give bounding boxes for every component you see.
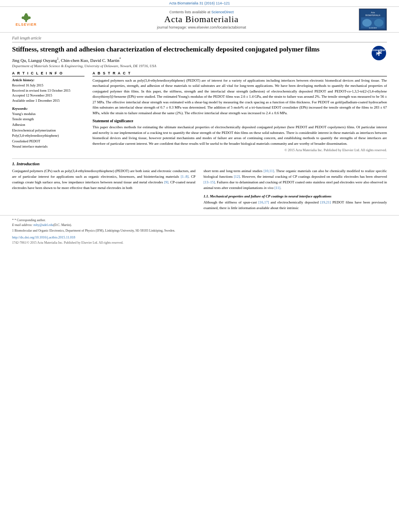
citation-text: Acta Biomaterialia 31 (2016) 114–121 — [169, 1, 230, 5]
history-title: Article history: — [12, 78, 84, 82]
author-jing-qu: Jing Qu, Liangqi Ouyang — [12, 58, 57, 63]
svg-point-12 — [374, 19, 383, 27]
abstract-text: Conjugated polymers such as poly(3,4-eth… — [93, 78, 387, 116]
contents-label: Contents lists available at — [169, 10, 210, 14]
elsevier-logo: ELSEVIER — [8, 12, 44, 27]
footer-bottom: 1742-7061/© 2015 Acta Materialia Inc. Pu… — [12, 241, 387, 244]
author-cont: , Chin-chen Kuo, David C. Martin — [59, 58, 119, 63]
keyword-6: Crosslinked PEDOT — [12, 139, 84, 144]
elsevier-logo-area: ELSEVIER — [8, 12, 52, 27]
intro-section-title: 1. Introduction — [12, 161, 387, 166]
citation-bar: Acta Biomaterialia 31 (2016) 114–121 — [0, 0, 399, 6]
abstract-column: A B S T R A C T Conjugated polymers such… — [93, 71, 387, 152]
significance-title: Statement of significance — [93, 119, 387, 123]
keyword-1: Young's modulus — [12, 111, 84, 117]
ref-16-17[interactable]: [16,17] — [258, 200, 269, 204]
journal-title: Acta Biomaterialia — [52, 14, 351, 25]
svg-text:BIOMATERIALIA: BIOMATERIALIA — [366, 14, 381, 16]
copyright-line: © 2015 Acta Materialia Inc. Published by… — [93, 148, 387, 152]
significance-text: This paper describes methods for estimat… — [93, 125, 387, 146]
footer-email-address[interactable]: mlty@udel.edu — [33, 223, 53, 227]
footer-email-line: E-mail address: mlty@udel.edu(D.C. Marti… — [12, 223, 387, 228]
introduction-section: 1. Introduction Conjugated polymers (CPs… — [0, 161, 399, 211]
svg-point-3 — [25, 13, 28, 16]
abstract-label: A B S T R A C T — [93, 71, 387, 76]
elsevier-tree-icon — [18, 12, 34, 23]
keyword-7: Neural interface materials — [12, 144, 84, 150]
article-info-section: A R T I C L E I N F O Article history: R… — [12, 71, 84, 103]
available-date: Available online 1 December 2015 — [12, 98, 84, 103]
page: Acta Biomaterialia 31 (2016) 114–121 ELS… — [0, 0, 399, 532]
elsevier-text: ELSEVIER — [16, 23, 37, 27]
footer-email-person: (D.C. Martin). — [53, 223, 72, 227]
two-col-section: A R T I C L E I N F O Article history: R… — [12, 71, 387, 152]
science-direct-line: Contents lists available at ScienceDirec… — [52, 10, 351, 14]
svg-point-5 — [27, 16, 31, 19]
keyword-2: Tensile strength — [12, 117, 84, 122]
content-area: Full length article Stiffness, strength … — [0, 33, 399, 156]
subsection-title-em: 1.1. Mechanical properties and failure o… — [204, 194, 331, 198]
footer-corresponding: * * Corresponding author. — [12, 218, 387, 223]
svg-text:Acta: Acta — [371, 12, 375, 14]
ref-12[interactable]: [12] — [234, 175, 240, 179]
intro-right-text-1: short term and long-term animal studies … — [204, 168, 387, 191]
intro-right-col: short term and long-term animal studies … — [204, 168, 387, 211]
footer-footnote1: 1 Biomolecular and Organic Electronics, … — [12, 228, 387, 233]
article-type: Full length article — [12, 36, 387, 40]
article-title: Stiffness, strength and adhesion charact… — [12, 45, 387, 54]
in-vivo-text: in vivo — [264, 186, 274, 190]
footer-email-label: E-mail address: — [12, 223, 33, 227]
received-revised-date: Received in revised form 13 October 2015 — [12, 88, 84, 93]
ref-1-8[interactable]: [1–8] — [181, 175, 189, 179]
page-footer: * * Corresponding author. E-mail address… — [0, 215, 399, 247]
ref-9[interactable]: [9] — [164, 180, 169, 184]
svg-point-4 — [22, 16, 25, 19]
keyword-4: Electrochemical polymerization — [12, 128, 84, 134]
article-info-column: A R T I C L E I N F O Article history: R… — [12, 71, 84, 152]
keywords-title: Keywords: — [12, 107, 84, 111]
ref-10-11[interactable]: [10,11] — [263, 169, 274, 173]
crossmark-svg: CrossMark — [371, 45, 387, 61]
footer-doi-line: http://dx.doi.org/10.1016/j.actbio.2015.… — [12, 235, 387, 239]
title-rule — [12, 42, 387, 43]
svg-point-11 — [362, 19, 372, 27]
subsection-1-1-title: 1.1. Mechanical properties and failure o… — [204, 194, 387, 198]
footer-doi-link[interactable]: http://dx.doi.org/10.1016/j.actbio.2015.… — [12, 235, 75, 239]
ref-11b[interactable]: [11] — [274, 186, 280, 190]
footer-corresponding-label: * Corresponding author. — [14, 218, 46, 222]
accepted-date: Accepted 12 November 2015 — [12, 93, 84, 98]
subsection-body-text: Although the stiffness of spun-cast [16,… — [204, 200, 387, 211]
authors-line: Jing Qu, Liangqi Ouyang1, Chin-chen Kuo,… — [12, 57, 387, 63]
journal-homepage: journal homepage: www.elsevier.com/locat… — [52, 25, 351, 29]
cover-svg: Acta BIOMATERIALIA ELSEVIER — [359, 8, 387, 31]
title-row: Stiffness, strength and adhesion charact… — [12, 45, 387, 54]
science-direct-link[interactable]: ScienceDirect — [212, 10, 234, 14]
intro-left-text: Conjugated polymers (CPs) such as poly(3… — [12, 168, 195, 191]
journal-header-center: Contents lists available at ScienceDirec… — [52, 10, 351, 29]
ref-13-15[interactable]: [13–15] — [204, 180, 215, 184]
section-divider — [12, 158, 387, 159]
ref-19-21[interactable]: [19,21] — [320, 200, 331, 204]
intro-two-col: Conjugated polymers (CPs) such as poly(3… — [12, 168, 387, 211]
crossmark-icon[interactable]: CrossMark — [371, 45, 387, 61]
keyword-5: Poly(3,4-ethylenedioxythiophene) — [12, 133, 84, 139]
intro-left-col: Conjugated polymers (CPs) such as poly(3… — [12, 168, 195, 211]
journal-cover-area: Acta BIOMATERIALIA ELSEVIER — [351, 8, 387, 31]
keywords-section: Keywords: Young's modulus Tensile streng… — [12, 107, 84, 150]
journal-header: ELSEVIER Contents lists available at Sci… — [0, 6, 399, 33]
article-info-label: A R T I C L E I N F O — [12, 71, 84, 76]
author-star: * — [119, 57, 121, 61]
keyword-3: Adhesion — [12, 122, 84, 128]
received-date: Received 16 July 2015 — [12, 83, 84, 88]
affiliation: Department of Materials Science & Engine… — [12, 64, 387, 68]
journal-cover-image: Acta BIOMATERIALIA ELSEVIER — [359, 8, 387, 31]
svg-text:ELSEVIER: ELSEVIER — [369, 27, 377, 29]
